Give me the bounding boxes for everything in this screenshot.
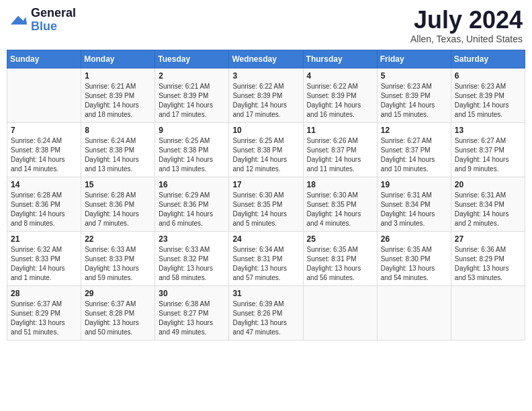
day-number: 5 (381, 71, 447, 81)
month-year-title: July 2024 (410, 7, 523, 34)
calendar-week-5: 28Sunrise: 6:37 AM Sunset: 8:29 PM Dayli… (7, 285, 525, 340)
day-number: 17 (232, 180, 299, 189)
calendar-cell: 1Sunrise: 6:21 AM Sunset: 8:39 PM Daylig… (81, 68, 155, 122)
weekday-friday: Friday (377, 50, 451, 68)
day-number: 11 (307, 126, 373, 135)
weekday-sunday: Sunday (7, 50, 81, 68)
day-number: 21 (11, 234, 77, 244)
day-number: 9 (159, 126, 225, 135)
calendar-cell: 16Sunrise: 6:29 AM Sunset: 8:36 PM Dayli… (155, 177, 229, 231)
calendar-cell: 6Sunrise: 6:23 AM Sunset: 8:39 PM Daylig… (451, 68, 525, 122)
day-number: 16 (159, 180, 225, 189)
day-info: Sunrise: 6:31 AM Sunset: 8:34 PM Dayligh… (381, 191, 447, 228)
day-number: 13 (455, 126, 521, 135)
calendar-cell: 28Sunrise: 6:37 AM Sunset: 8:29 PM Dayli… (7, 285, 81, 340)
calendar-cell: 2Sunrise: 6:21 AM Sunset: 8:39 PM Daylig… (155, 68, 229, 122)
day-info: Sunrise: 6:22 AM Sunset: 8:39 PM Dayligh… (232, 82, 299, 120)
calendar-cell: 27Sunrise: 6:36 AM Sunset: 8:29 PM Dayli… (451, 231, 525, 285)
day-info: Sunrise: 6:25 AM Sunset: 8:38 PM Dayligh… (159, 136, 225, 174)
calendar-cell: 20Sunrise: 6:31 AM Sunset: 8:34 PM Dayli… (451, 177, 525, 231)
day-info: Sunrise: 6:35 AM Sunset: 8:30 PM Dayligh… (381, 245, 447, 283)
calendar-cell: 15Sunrise: 6:28 AM Sunset: 8:36 PM Dayli… (81, 177, 155, 231)
logo-text: General Blue (31, 7, 76, 34)
calendar-cell: 22Sunrise: 6:33 AM Sunset: 8:33 PM Dayli… (81, 231, 155, 285)
calendar-cell: 12Sunrise: 6:27 AM Sunset: 8:37 PM Dayli… (377, 122, 451, 177)
day-number: 6 (455, 71, 521, 81)
day-number: 15 (85, 180, 151, 189)
day-info: Sunrise: 6:29 AM Sunset: 8:36 PM Dayligh… (159, 191, 225, 228)
day-number: 7 (11, 126, 77, 135)
svg-marker-0 (11, 15, 27, 24)
day-info: Sunrise: 6:21 AM Sunset: 8:39 PM Dayligh… (85, 82, 151, 120)
day-info: Sunrise: 6:27 AM Sunset: 8:37 PM Dayligh… (381, 136, 447, 174)
calendar-cell: 21Sunrise: 6:32 AM Sunset: 8:33 PM Dayli… (7, 231, 81, 285)
calendar-week-4: 21Sunrise: 6:32 AM Sunset: 8:33 PM Dayli… (7, 231, 525, 285)
calendar-cell: 19Sunrise: 6:31 AM Sunset: 8:34 PM Dayli… (377, 177, 451, 231)
logo-icon (9, 11, 28, 30)
calendar-week-3: 14Sunrise: 6:28 AM Sunset: 8:36 PM Dayli… (7, 177, 525, 231)
day-number: 8 (85, 126, 151, 135)
day-info: Sunrise: 6:22 AM Sunset: 8:39 PM Dayligh… (307, 82, 373, 120)
day-number: 31 (232, 289, 299, 298)
day-info: Sunrise: 6:25 AM Sunset: 8:38 PM Dayligh… (232, 136, 299, 174)
calendar-cell: 3Sunrise: 6:22 AM Sunset: 8:39 PM Daylig… (229, 68, 303, 122)
weekday-header-row: SundayMondayTuesdayWednesdayThursdayFrid… (7, 50, 525, 68)
day-info: Sunrise: 6:23 AM Sunset: 8:39 PM Dayligh… (455, 82, 521, 120)
day-info: Sunrise: 6:21 AM Sunset: 8:39 PM Dayligh… (159, 82, 225, 120)
day-number: 23 (159, 234, 225, 244)
day-info: Sunrise: 6:26 AM Sunset: 8:37 PM Dayligh… (307, 136, 373, 174)
day-info: Sunrise: 6:28 AM Sunset: 8:36 PM Dayligh… (85, 191, 151, 228)
day-number: 22 (85, 234, 151, 244)
calendar-cell: 18Sunrise: 6:30 AM Sunset: 8:35 PM Dayli… (303, 177, 377, 231)
day-info: Sunrise: 6:33 AM Sunset: 8:33 PM Dayligh… (85, 245, 151, 283)
day-info: Sunrise: 6:32 AM Sunset: 8:33 PM Dayligh… (11, 245, 77, 283)
calendar-cell: 13Sunrise: 6:27 AM Sunset: 8:37 PM Dayli… (451, 122, 525, 177)
calendar-week-2: 7Sunrise: 6:24 AM Sunset: 8:38 PM Daylig… (7, 122, 525, 177)
day-number: 25 (307, 234, 373, 244)
day-info: Sunrise: 6:36 AM Sunset: 8:29 PM Dayligh… (455, 245, 521, 283)
day-info: Sunrise: 6:24 AM Sunset: 8:38 PM Dayligh… (85, 136, 151, 174)
day-number: 20 (455, 180, 521, 189)
calendar-cell (377, 285, 451, 340)
day-number: 10 (232, 126, 299, 135)
calendar-table: SundayMondayTuesdayWednesdayThursdayFrid… (7, 50, 525, 340)
day-info: Sunrise: 6:37 AM Sunset: 8:28 PM Dayligh… (85, 300, 151, 337)
day-number: 19 (381, 180, 447, 189)
weekday-thursday: Thursday (303, 50, 377, 68)
calendar-cell: 9Sunrise: 6:25 AM Sunset: 8:38 PM Daylig… (155, 122, 229, 177)
day-info: Sunrise: 6:30 AM Sunset: 8:35 PM Dayligh… (307, 191, 373, 228)
calendar-cell: 29Sunrise: 6:37 AM Sunset: 8:28 PM Dayli… (81, 285, 155, 340)
day-info: Sunrise: 6:33 AM Sunset: 8:32 PM Dayligh… (159, 245, 225, 283)
day-number: 27 (455, 234, 521, 244)
calendar-cell: 10Sunrise: 6:25 AM Sunset: 8:38 PM Dayli… (229, 122, 303, 177)
day-info: Sunrise: 6:28 AM Sunset: 8:36 PM Dayligh… (11, 191, 77, 228)
calendar-cell: 5Sunrise: 6:23 AM Sunset: 8:39 PM Daylig… (377, 68, 451, 122)
day-info: Sunrise: 6:34 AM Sunset: 8:31 PM Dayligh… (232, 245, 299, 283)
day-number: 24 (232, 234, 299, 244)
day-info: Sunrise: 6:37 AM Sunset: 8:29 PM Dayligh… (11, 300, 77, 337)
calendar-cell: 17Sunrise: 6:30 AM Sunset: 8:35 PM Dayli… (229, 177, 303, 231)
day-info: Sunrise: 6:31 AM Sunset: 8:34 PM Dayligh… (455, 191, 521, 228)
calendar-cell: 26Sunrise: 6:35 AM Sunset: 8:30 PM Dayli… (377, 231, 451, 285)
day-number: 2 (159, 71, 225, 81)
day-number: 1 (85, 71, 151, 81)
weekday-saturday: Saturday (451, 50, 525, 68)
day-number: 26 (381, 234, 447, 244)
calendar-cell: 24Sunrise: 6:34 AM Sunset: 8:31 PM Dayli… (229, 231, 303, 285)
calendar-cell (451, 285, 525, 340)
day-info: Sunrise: 6:24 AM Sunset: 8:38 PM Dayligh… (11, 136, 77, 174)
day-number: 18 (307, 180, 373, 189)
calendar-cell: 4Sunrise: 6:22 AM Sunset: 8:39 PM Daylig… (303, 68, 377, 122)
calendar-header: SundayMondayTuesdayWednesdayThursdayFrid… (7, 50, 525, 68)
day-number: 4 (307, 71, 373, 81)
day-info: Sunrise: 6:39 AM Sunset: 8:26 PM Dayligh… (232, 300, 299, 337)
calendar-cell: 23Sunrise: 6:33 AM Sunset: 8:32 PM Dayli… (155, 231, 229, 285)
calendar-cell: 31Sunrise: 6:39 AM Sunset: 8:26 PM Dayli… (229, 285, 303, 340)
calendar-cell: 7Sunrise: 6:24 AM Sunset: 8:38 PM Daylig… (7, 122, 81, 177)
calendar-cell: 11Sunrise: 6:26 AM Sunset: 8:37 PM Dayli… (303, 122, 377, 177)
day-number: 29 (85, 289, 151, 298)
weekday-wednesday: Wednesday (229, 50, 303, 68)
calendar-cell: 8Sunrise: 6:24 AM Sunset: 8:38 PM Daylig… (81, 122, 155, 177)
day-info: Sunrise: 6:23 AM Sunset: 8:39 PM Dayligh… (381, 82, 447, 120)
day-number: 14 (11, 180, 77, 189)
